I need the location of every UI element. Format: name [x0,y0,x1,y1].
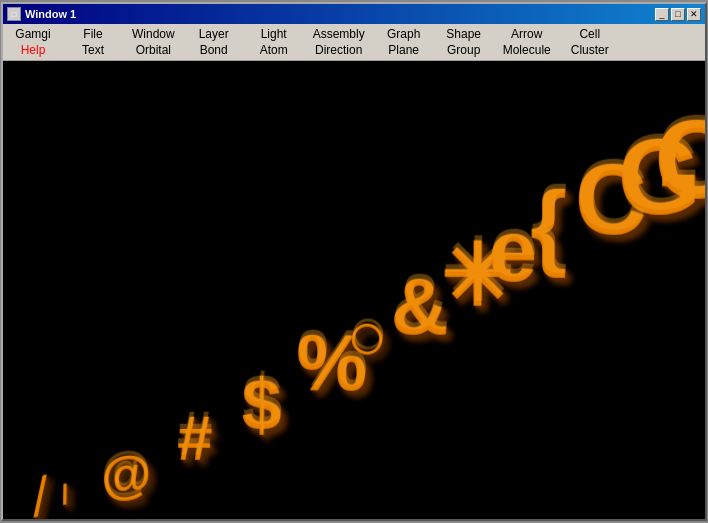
menu-bar: Gamgi Help File Text Window Orbital Laye… [3,24,705,61]
menu-column-3: Layer Bond [184,26,244,58]
title-bar-left: □ Window 1 [7,7,76,21]
svg-text:○: ○ [347,292,389,370]
close-button[interactable]: ✕ [687,8,701,21]
menu-text[interactable]: Text [78,42,108,58]
menu-column-2: Window Orbital [123,26,184,58]
menu-orbital[interactable]: Orbital [132,42,175,58]
menu-molecule[interactable]: Molecule [499,42,555,58]
main-window: □ Window 1 _ □ ✕ Gamgi Help File Text Wi… [1,2,707,521]
menu-column-5: Assembly Direction [304,26,374,58]
canvas-area[interactable]: ╱ / @ # $ % ○ & ✳ e { [3,61,705,519]
svg-text:$: $ [243,360,283,440]
menu-direction[interactable]: Direction [311,42,366,58]
menu-column-0: Gamgi Help [3,26,63,58]
menu-column-7: Shape Group [434,26,494,58]
menu-column-6: Graph Plane [374,26,434,58]
window-title: Window 1 [25,8,76,20]
menu-column-1: File Text [63,26,123,58]
menu-column-8: Arrow Molecule [494,26,560,58]
menu-shape[interactable]: Shape [442,26,485,42]
menu-window[interactable]: Window [128,26,179,42]
svg-text:{: { [531,167,568,273]
menu-assembly[interactable]: Assembly [309,26,369,42]
menu-light[interactable]: Light [257,26,291,42]
menu-group[interactable]: Group [443,42,484,58]
menu-cell[interactable]: Cell [575,26,604,42]
menu-layer[interactable]: Layer [195,26,233,42]
window-icon: □ [7,7,21,21]
menu-arrow[interactable]: Arrow [507,26,546,42]
menu-gamgi[interactable]: Gamgi [11,26,54,42]
minimize-button[interactable]: _ [655,8,669,21]
menu-column-9: Cell Cluster [560,26,620,58]
menu-help[interactable]: Help [17,42,50,58]
svg-text:#: # [177,397,212,468]
maximize-button[interactable]: □ [671,8,685,21]
svg-text:C: C [655,92,705,217]
menu-atom[interactable]: Atom [256,42,292,58]
menu-graph[interactable]: Graph [383,26,424,42]
menu-plane[interactable]: Plane [384,42,423,58]
menu-file[interactable]: File [79,26,106,42]
title-bar: □ Window 1 _ □ ✕ [3,4,705,24]
menu-cluster[interactable]: Cluster [567,42,613,58]
window-icon-symbol: □ [12,10,17,19]
menu-column-4: Light Atom [244,26,304,58]
title-buttons: _ □ ✕ [655,8,701,21]
svg-text:@: @ [98,438,153,500]
3d-canvas: ╱ / @ # $ % ○ & ✳ e { [3,61,705,519]
menu-bond[interactable]: Bond [196,42,232,58]
